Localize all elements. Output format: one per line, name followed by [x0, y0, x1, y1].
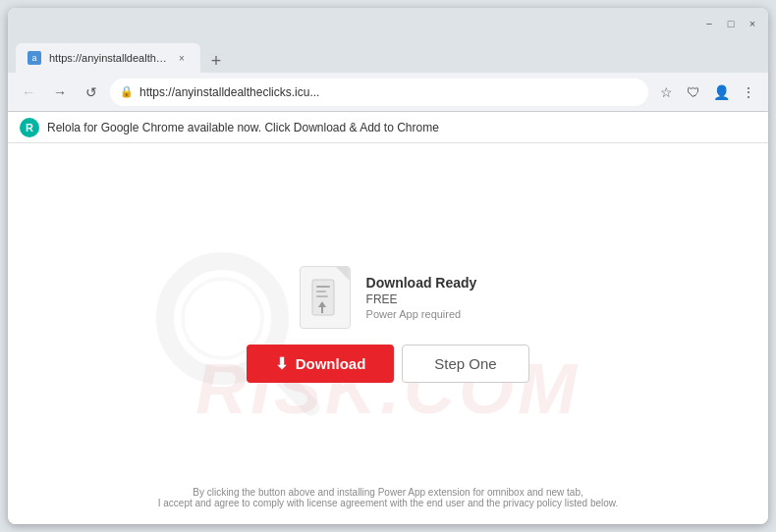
footer-line1: By clicking the button above and install…	[158, 487, 619, 498]
toolbar-icons: ☆ 🛡 👤 ⋮	[654, 80, 760, 104]
app-icon	[300, 266, 351, 329]
app-price: FREE	[366, 293, 477, 306]
new-tab-button[interactable]: +	[204, 49, 228, 73]
footer-text: By clicking the button above and install…	[158, 487, 619, 508]
download-button[interactable]: ⬇ Download	[247, 345, 394, 383]
minimize-button[interactable]: −	[701, 16, 717, 31]
page-content: RISK.COM Download Ready	[8, 143, 768, 524]
svg-rect-5	[316, 291, 326, 293]
notification-bar: R Relola for Google Chrome available now…	[8, 112, 768, 143]
svg-rect-4	[316, 286, 330, 288]
back-button[interactable]: ←	[16, 80, 41, 105]
notification-text: Relola for Google Chrome available now. …	[47, 121, 439, 134]
browser-window: − □ × a https://anyinstalldealtheclicks.…	[8, 8, 768, 524]
maximize-button[interactable]: □	[723, 16, 739, 31]
tab-close-button[interactable]: ×	[175, 51, 189, 65]
forward-button[interactable]: →	[47, 80, 73, 105]
lock-icon: 🔒	[120, 85, 134, 98]
avatar-button[interactable]: 👤	[709, 80, 733, 104]
download-card: Download Ready FREE Power App required ⬇…	[247, 266, 529, 383]
address-input-wrapper[interactable]: 🔒 https://anyinstalldealtheclicks.icu...	[110, 79, 648, 106]
refresh-button[interactable]: ↺	[79, 80, 104, 105]
app-requirement: Power App required	[366, 308, 477, 320]
bookmark-button[interactable]: ☆	[654, 80, 678, 104]
tab-label: https://anyinstalldealtheclicks.icu...	[49, 52, 167, 64]
svg-rect-6	[316, 295, 328, 297]
address-bar: ← → ↺ 🔒 https://anyinstalldealtheclicks.…	[8, 73, 768, 112]
download-info: Download Ready FREE Power App required	[300, 266, 477, 329]
notification-logo: R	[20, 118, 39, 137]
shield-button[interactable]: 🛡	[682, 80, 705, 104]
address-text: https://anyinstalldealtheclicks.icu...	[139, 85, 638, 99]
tab-bar: a https://anyinstalldealtheclicks.icu...…	[8, 39, 768, 73]
step-one-button[interactable]: Step One	[402, 345, 529, 383]
app-details: Download Ready FREE Power App required	[366, 275, 477, 320]
menu-button[interactable]: ⋮	[737, 80, 760, 104]
title-bar: − □ ×	[8, 8, 768, 39]
download-label: Download	[296, 355, 366, 372]
footer-line2: I accept and agree to comply with licens…	[158, 498, 619, 508]
app-name: Download Ready	[366, 275, 477, 291]
buttons-row: ⬇ Download Step One	[247, 345, 529, 383]
close-button[interactable]: ×	[745, 16, 760, 31]
tab-favicon: a	[28, 51, 41, 65]
download-icon: ⬇	[275, 354, 288, 373]
active-tab[interactable]: a https://anyinstalldealtheclicks.icu...…	[16, 43, 200, 73]
title-bar-controls: − □ ×	[701, 16, 760, 31]
